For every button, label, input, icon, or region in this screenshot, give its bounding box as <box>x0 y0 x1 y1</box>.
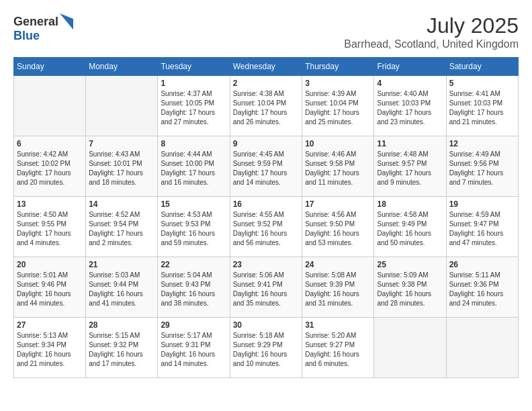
calendar-cell: 6Sunrise: 4:42 AM Sunset: 10:02 PM Dayli… <box>14 136 86 197</box>
calendar-cell: 21Sunrise: 5:03 AM Sunset: 9:44 PM Dayli… <box>86 257 158 318</box>
svg-marker-0 <box>60 13 73 30</box>
calendar-cell: 25Sunrise: 5:09 AM Sunset: 9:38 PM Dayli… <box>374 257 446 318</box>
logo-text-blue: Blue <box>13 29 40 42</box>
logo-text-general: General <box>13 15 58 28</box>
day-number: 10 <box>305 139 371 148</box>
calendar-cell: 30Sunrise: 5:18 AM Sunset: 9:29 PM Dayli… <box>230 318 302 378</box>
calendar-cell: 5Sunrise: 4:41 AM Sunset: 10:03 PM Dayli… <box>446 76 518 136</box>
day-info: Sunrise: 5:17 AM Sunset: 9:31 PM Dayligh… <box>161 331 226 369</box>
calendar-cell: 20Sunrise: 5:01 AM Sunset: 9:46 PM Dayli… <box>14 257 86 318</box>
day-number: 20 <box>17 260 83 269</box>
day-info: Sunrise: 4:52 AM Sunset: 9:54 PM Dayligh… <box>89 210 154 248</box>
weekday-header-sunday: Sunday <box>14 58 86 76</box>
day-number: 16 <box>233 199 300 209</box>
day-info: Sunrise: 5:04 AM Sunset: 9:43 PM Dayligh… <box>161 271 226 308</box>
day-info: Sunrise: 4:59 AM Sunset: 9:47 PM Dayligh… <box>449 210 515 248</box>
calendar-cell: 12Sunrise: 4:49 AM Sunset: 9:56 PM Dayli… <box>446 136 518 197</box>
day-number: 22 <box>161 260 226 269</box>
day-number: 24 <box>305 260 371 269</box>
logo: General Blue <box>13 13 73 42</box>
day-info: Sunrise: 4:45 AM Sunset: 9:59 PM Dayligh… <box>233 150 300 187</box>
calendar-cell: 29Sunrise: 5:17 AM Sunset: 9:31 PM Dayli… <box>158 318 230 378</box>
day-number: 18 <box>377 199 443 209</box>
day-info: Sunrise: 4:41 AM Sunset: 10:03 PM Daylig… <box>449 89 515 127</box>
calendar-cell: 13Sunrise: 4:50 AM Sunset: 9:55 PM Dayli… <box>14 197 86 257</box>
day-number: 29 <box>161 320 226 330</box>
page-header: General Blue July 2025 Barrhead, Scotlan… <box>13 13 519 50</box>
day-info: Sunrise: 4:56 AM Sunset: 9:50 PM Dayligh… <box>305 210 371 248</box>
calendar-cell: 26Sunrise: 5:11 AM Sunset: 9:36 PM Dayli… <box>446 257 518 318</box>
month-title: July 2025 <box>344 13 519 38</box>
calendar-cell <box>446 318 518 378</box>
day-info: Sunrise: 4:39 AM Sunset: 10:04 PM Daylig… <box>305 89 371 127</box>
calendar-cell: 23Sunrise: 5:06 AM Sunset: 9:41 PM Dayli… <box>230 257 302 318</box>
calendar-cell: 9Sunrise: 4:45 AM Sunset: 9:59 PM Daylig… <box>230 136 302 197</box>
day-info: Sunrise: 4:46 AM Sunset: 9:58 PM Dayligh… <box>305 150 371 187</box>
calendar-cell: 27Sunrise: 5:13 AM Sunset: 9:34 PM Dayli… <box>14 318 86 378</box>
day-info: Sunrise: 5:03 AM Sunset: 9:44 PM Dayligh… <box>89 271 154 308</box>
day-number: 13 <box>17 199 83 209</box>
calendar-cell: 11Sunrise: 4:48 AM Sunset: 9:57 PM Dayli… <box>374 136 446 197</box>
day-number: 1 <box>161 79 226 88</box>
calendar-cell: 18Sunrise: 4:58 AM Sunset: 9:49 PM Dayli… <box>374 197 446 257</box>
day-number: 8 <box>161 139 226 148</box>
day-number: 4 <box>377 79 443 88</box>
weekday-header-friday: Friday <box>374 58 446 76</box>
calendar-cell: 14Sunrise: 4:52 AM Sunset: 9:54 PM Dayli… <box>86 197 158 257</box>
calendar-week-row: 1Sunrise: 4:37 AM Sunset: 10:05 PM Dayli… <box>14 76 519 136</box>
calendar-cell: 15Sunrise: 4:53 AM Sunset: 9:53 PM Dayli… <box>158 197 230 257</box>
day-info: Sunrise: 4:44 AM Sunset: 10:00 PM Daylig… <box>161 150 226 187</box>
calendar-cell: 17Sunrise: 4:56 AM Sunset: 9:50 PM Dayli… <box>302 197 374 257</box>
day-info: Sunrise: 5:06 AM Sunset: 9:41 PM Dayligh… <box>233 271 300 308</box>
day-number: 15 <box>161 199 226 209</box>
day-info: Sunrise: 5:09 AM Sunset: 9:38 PM Dayligh… <box>377 271 443 308</box>
day-info: Sunrise: 4:53 AM Sunset: 9:53 PM Dayligh… <box>161 210 226 248</box>
day-info: Sunrise: 4:58 AM Sunset: 9:49 PM Dayligh… <box>377 210 443 248</box>
day-number: 27 <box>17 320 83 330</box>
day-info: Sunrise: 4:50 AM Sunset: 9:55 PM Dayligh… <box>17 210 83 248</box>
weekday-header-wednesday: Wednesday <box>230 58 302 76</box>
calendar-cell: 4Sunrise: 4:40 AM Sunset: 10:03 PM Dayli… <box>374 76 446 136</box>
day-number: 12 <box>449 139 515 148</box>
calendar-week-row: 20Sunrise: 5:01 AM Sunset: 9:46 PM Dayli… <box>14 257 519 318</box>
day-info: Sunrise: 5:11 AM Sunset: 9:36 PM Dayligh… <box>449 271 515 308</box>
day-number: 26 <box>449 260 515 269</box>
weekday-header-monday: Monday <box>86 58 158 76</box>
day-number: 25 <box>377 260 443 269</box>
day-number: 11 <box>377 139 443 148</box>
day-info: Sunrise: 4:43 AM Sunset: 10:01 PM Daylig… <box>89 150 154 187</box>
logo-icon <box>60 13 73 30</box>
calendar-week-row: 13Sunrise: 4:50 AM Sunset: 9:55 PM Dayli… <box>14 197 519 257</box>
calendar-cell: 2Sunrise: 4:38 AM Sunset: 10:04 PM Dayli… <box>230 76 302 136</box>
day-info: Sunrise: 4:38 AM Sunset: 10:04 PM Daylig… <box>233 89 300 127</box>
location-title: Barrhead, Scotland, United Kingdom <box>344 38 519 50</box>
day-info: Sunrise: 4:40 AM Sunset: 10:03 PM Daylig… <box>377 89 443 127</box>
day-info: Sunrise: 5:18 AM Sunset: 9:29 PM Dayligh… <box>233 331 300 369</box>
weekday-header-saturday: Saturday <box>446 58 518 76</box>
weekday-header-row: SundayMondayTuesdayWednesdayThursdayFrid… <box>14 58 519 76</box>
day-info: Sunrise: 4:48 AM Sunset: 9:57 PM Dayligh… <box>377 150 443 187</box>
day-number: 7 <box>89 139 154 148</box>
day-number: 5 <box>449 79 515 88</box>
day-number: 2 <box>233 79 300 88</box>
day-info: Sunrise: 5:08 AM Sunset: 9:39 PM Dayligh… <box>305 271 371 308</box>
day-number: 14 <box>89 199 154 209</box>
day-number: 28 <box>89 320 154 330</box>
calendar-table: SundayMondayTuesdayWednesdayThursdayFrid… <box>13 57 519 378</box>
calendar-cell <box>14 76 86 136</box>
title-block: July 2025 Barrhead, Scotland, United Kin… <box>344 13 519 50</box>
day-number: 9 <box>233 139 300 148</box>
day-number: 6 <box>17 139 83 148</box>
calendar-cell: 31Sunrise: 5:20 AM Sunset: 9:27 PM Dayli… <box>302 318 374 378</box>
day-info: Sunrise: 4:42 AM Sunset: 10:02 PM Daylig… <box>17 150 83 187</box>
calendar-cell: 7Sunrise: 4:43 AM Sunset: 10:01 PM Dayli… <box>86 136 158 197</box>
day-number: 3 <box>305 79 371 88</box>
weekday-header-tuesday: Tuesday <box>158 58 230 76</box>
calendar-week-row: 6Sunrise: 4:42 AM Sunset: 10:02 PM Dayli… <box>14 136 519 197</box>
day-info: Sunrise: 5:13 AM Sunset: 9:34 PM Dayligh… <box>17 331 83 369</box>
day-info: Sunrise: 5:20 AM Sunset: 9:27 PM Dayligh… <box>305 331 371 369</box>
calendar-cell: 28Sunrise: 5:15 AM Sunset: 9:32 PM Dayli… <box>86 318 158 378</box>
calendar-cell: 22Sunrise: 5:04 AM Sunset: 9:43 PM Dayli… <box>158 257 230 318</box>
calendar-cell: 3Sunrise: 4:39 AM Sunset: 10:04 PM Dayli… <box>302 76 374 136</box>
calendar-cell <box>86 76 158 136</box>
